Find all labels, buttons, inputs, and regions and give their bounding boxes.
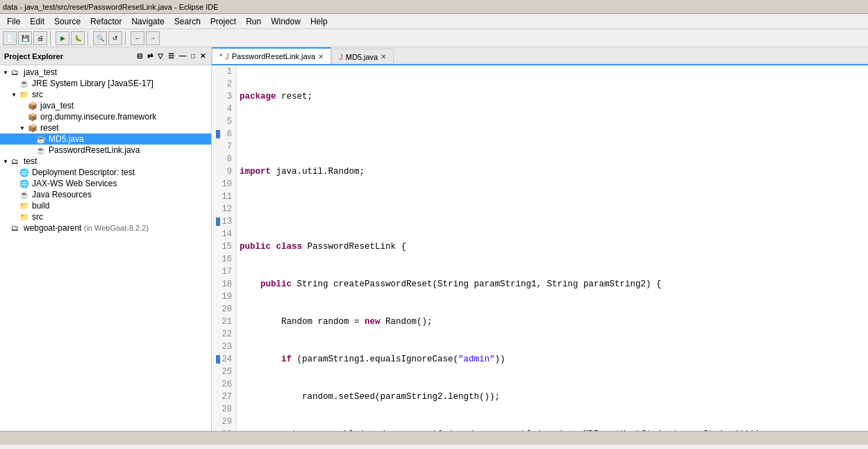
new-button[interactable]: 📄 [3, 31, 17, 45]
code-line-2 [240, 128, 865, 140]
tree-item-reset[interactable]: 📦 reset [0, 122, 211, 133]
menu-refactor[interactable]: Refactor [86, 15, 126, 28]
menu-edit[interactable]: Edit [26, 15, 49, 28]
menu-window[interactable]: Window [267, 15, 305, 28]
line-num-21: 21 [216, 316, 232, 328]
search-button[interactable]: 🔍 [93, 31, 107, 45]
tree-item-test-project[interactable]: 🗂 test [0, 156, 211, 167]
forward-button[interactable]: → [146, 31, 160, 45]
code-line-1: package reset; [240, 90, 865, 103]
expand-arrow-reset[interactable] [19, 124, 28, 131]
line-num-2: 2 [216, 78, 232, 90]
line-num-16: 16 [216, 253, 232, 266]
java-file-icon-md5: ☕ [36, 135, 47, 144]
expand-arrow-src[interactable] [11, 91, 19, 98]
menu-file[interactable]: File [3, 15, 24, 28]
tree-label-md5: MD5.java [49, 134, 84, 144]
pe-menu[interactable]: ☰ [167, 51, 176, 60]
project-explorer-title: Project Explorer [4, 52, 131, 60]
project-explorer-tree: 🗂 java_test ☕ JRE System Library [JavaSE… [0, 65, 211, 431]
tab-label-password-reset: PasswordResetLink.java [232, 52, 315, 60]
tab-password-reset[interactable]: * J PasswordResetLink.java ✕ [212, 47, 331, 64]
tree-label-deployment: Deployment Descriptor: test [32, 168, 135, 177]
tree-label-org-dummy: org.dummy.insecure.framework [40, 112, 156, 122]
back-button[interactable]: ← [131, 31, 144, 45]
pe-maximize[interactable]: □ [190, 51, 197, 60]
tree-label-java-test: java_test [24, 67, 57, 77]
code-content[interactable]: package reset; import java.util.Random; … [237, 65, 868, 431]
package-icon-org: 📦 [28, 113, 39, 122]
tree-item-jre[interactable]: ☕ JRE System Library [JavaSE-17] [0, 78, 211, 89]
line-numbers: 1 2 3 4 5 6 7 8 9 10 11 12 13 14 15 16 1… [212, 65, 237, 431]
line-num-4: 4 [216, 103, 232, 115]
line-num-27: 27 [216, 391, 232, 403]
print-button[interactable]: 🖨 [33, 31, 47, 45]
main-layout: Project Explorer ⊟ ⇄ ▽ ☰ — □ ✕ 🗂 java_te… [0, 47, 868, 431]
tree-label-java-resources: Java Resources [32, 190, 92, 199]
tab-md5[interactable]: J MD5.java ✕ [331, 49, 394, 64]
pe-close[interactable]: ✕ [199, 51, 207, 60]
jaxws-icon: 🌐 [19, 179, 31, 188]
tree-label-build: build [32, 201, 49, 211]
code-line-9: random.setSeed(paramString2.length()); [240, 391, 865, 403]
tree-item-md5[interactable]: ☕ MD5.java [0, 133, 211, 145]
line-num-5: 5 [216, 115, 232, 128]
line-num-19: 19 [216, 291, 232, 303]
tree-label-jre: JRE System Library [JavaSE-17] [32, 79, 153, 88]
pe-minimize[interactable]: — [178, 51, 187, 60]
menu-run[interactable]: Run [242, 15, 265, 28]
project-icon-webgoat: 🗂 [11, 224, 22, 232]
tab-close-md5[interactable]: ✕ [381, 53, 386, 60]
save-button[interactable]: 💾 [18, 31, 32, 45]
expand-arrow-java-test[interactable] [3, 69, 11, 76]
toolbar-separator-2 [87, 31, 90, 45]
tree-item-java-test-pkg[interactable]: 📦 java_test [0, 100, 211, 111]
tree-label-src: src [32, 90, 43, 99]
line-num-14: 14 [216, 228, 232, 240]
menu-project[interactable]: Project [206, 15, 240, 28]
code-line-7: Random random = new Random(); [240, 316, 865, 328]
line-num-25: 25 [216, 366, 232, 378]
tree-item-deployment[interactable]: 🌐 Deployment Descriptor: test [0, 167, 211, 178]
line-num-29: 29 [216, 416, 232, 428]
tree-label-java-test-pkg: java_test [40, 101, 74, 111]
tree-item-org-dummy[interactable]: 📦 org.dummy.insecure.framework [0, 111, 211, 122]
toolbar: 📄 💾 🖨 ▶ 🐛 🔍 ↺ ← → [0, 29, 868, 47]
menu-navigate[interactable]: Navigate [127, 15, 168, 28]
java-tab-icon-2: J [339, 53, 343, 61]
tree-item-java-resources[interactable]: ☕ Java Resources [0, 189, 211, 200]
line-num-13: 13 [216, 215, 232, 228]
tree-item-src2[interactable]: 📁 src [0, 211, 211, 222]
pe-link-editor[interactable]: ⇄ [146, 51, 154, 60]
package-icon: 📦 [28, 101, 39, 111]
tree-item-jaxws[interactable]: 🌐 JAX-WS Web Services [0, 178, 211, 189]
menu-search[interactable]: Search [170, 15, 205, 28]
refresh-button[interactable]: ↺ [108, 31, 122, 45]
line-num-23: 23 [216, 341, 232, 353]
tree-item-password-reset[interactable]: ☕ PasswordResetLink.java [0, 145, 211, 156]
pe-collapse-all[interactable]: ⊟ [135, 51, 144, 60]
line-num-11: 11 [216, 190, 232, 203]
editor-area: * J PasswordResetLink.java ✕ J MD5.java … [212, 47, 868, 431]
tree-item-webgoat[interactable]: 🗂 webgoat-parent (in WebGoat-8.2.2) [0, 222, 211, 234]
build-folder-icon: 📁 [19, 202, 31, 211]
project-icon-test: 🗂 [11, 157, 22, 165]
code-editor[interactable]: 1 2 3 4 5 6 7 8 9 10 11 12 13 14 15 16 1… [212, 65, 868, 431]
tree-item-src[interactable]: 📁 src [0, 89, 211, 100]
toolbar-separator-3 [125, 31, 128, 45]
line-num-9: 9 [216, 165, 232, 178]
line-num-24: 24 [216, 353, 232, 366]
menu-source[interactable]: Source [50, 15, 85, 28]
expand-arrow-test-project[interactable] [3, 158, 11, 165]
project-icon: 🗂 [11, 68, 22, 76]
pe-filter[interactable]: ▽ [156, 51, 165, 60]
tree-label-src2: src [32, 212, 43, 222]
tree-item-build[interactable]: 📁 build [0, 200, 211, 211]
tree-item-java-test[interactable]: 🗂 java_test [0, 67, 211, 78]
menu-help[interactable]: Help [306, 15, 332, 28]
run-button[interactable]: ▶ [56, 31, 69, 45]
tab-close-password-reset[interactable]: ✕ [318, 53, 324, 60]
debug-button[interactable]: 🐛 [71, 31, 85, 45]
src-folder-icon: 📁 [19, 90, 31, 99]
code-line-6: public String createPasswordReset(String… [240, 278, 865, 291]
